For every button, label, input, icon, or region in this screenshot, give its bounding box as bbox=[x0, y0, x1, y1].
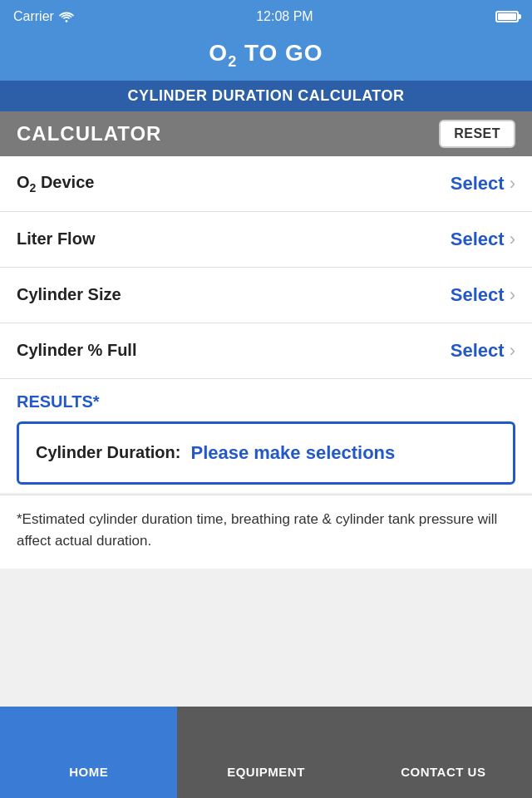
o2-device-select[interactable]: Select › bbox=[451, 173, 515, 195]
carrier-label: Carrier bbox=[13, 9, 54, 24]
nav-home[interactable]: HOME bbox=[0, 707, 177, 798]
app-header: O2 TO GO bbox=[0, 33, 532, 81]
liter-flow-label: Liter Flow bbox=[17, 229, 95, 249]
battery-icon bbox=[495, 11, 519, 22]
cylinder-percent-row[interactable]: Cylinder % Full Select › bbox=[0, 323, 532, 379]
toolbar-title: CALCULATOR bbox=[17, 122, 161, 145]
nav-contact-label: CONTACT US bbox=[401, 765, 485, 779]
cylinder-size-label: Cylinder Size bbox=[17, 285, 121, 304]
status-bar: Carrier 12:08 PM bbox=[0, 0, 532, 33]
cylinder-size-select-text: Select bbox=[451, 284, 505, 306]
disclaimer: *Estimated cylinder duration time, breat… bbox=[0, 495, 532, 569]
liter-flow-select[interactable]: Select › bbox=[451, 229, 515, 250]
o2-sub: 2 bbox=[228, 53, 237, 70]
nav-equipment[interactable]: EQUIPMENT bbox=[177, 707, 354, 798]
o2-device-row[interactable]: O2 Device Select › bbox=[0, 156, 532, 212]
liter-flow-row[interactable]: Liter Flow Select › bbox=[0, 212, 532, 268]
results-section: RESULTS* Cylinder Duration: Please make … bbox=[0, 379, 532, 493]
nav-equipment-label: EQUIPMENT bbox=[227, 765, 305, 779]
cylinder-size-select[interactable]: Select › bbox=[451, 284, 515, 306]
o2-device-label: O2 Device bbox=[17, 173, 94, 195]
cylinder-size-row[interactable]: Cylinder Size Select › bbox=[0, 268, 532, 323]
o2-device-chevron-icon: › bbox=[510, 173, 515, 195]
liter-flow-chevron-icon: › bbox=[510, 229, 515, 250]
nav-contact[interactable]: CONTACT US bbox=[355, 707, 532, 798]
disclaimer-text: *Estimated cylinder duration time, breat… bbox=[17, 509, 515, 553]
form-section: O2 Device Select › Liter Flow Select › C… bbox=[0, 156, 532, 379]
nav-home-label: HOME bbox=[69, 765, 108, 779]
time-label: 12:08 PM bbox=[256, 9, 313, 24]
app-title: O2 TO GO bbox=[0, 40, 532, 71]
o2-device-select-text: Select bbox=[451, 173, 505, 195]
wifi-icon bbox=[59, 11, 74, 22]
toolbar: CALCULATOR RESET bbox=[0, 111, 532, 156]
cylinder-percent-select[interactable]: Select › bbox=[451, 340, 515, 362]
cylinder-percent-select-text: Select bbox=[451, 340, 505, 362]
cylinder-size-chevron-icon: › bbox=[510, 284, 515, 306]
carrier-wifi: Carrier bbox=[13, 9, 74, 24]
reset-button[interactable]: RESET bbox=[439, 120, 515, 148]
results-label: RESULTS* bbox=[17, 392, 515, 411]
duration-value: Please make selections bbox=[190, 442, 395, 464]
cylinder-percent-label: Cylinder % Full bbox=[17, 341, 136, 360]
cylinder-percent-chevron-icon: › bbox=[510, 340, 515, 362]
liter-flow-select-text: Select bbox=[451, 229, 505, 250]
results-box: Cylinder Duration: Please make selection… bbox=[17, 421, 515, 485]
bottom-nav: HOME EQUIPMENT CONTACT US bbox=[0, 707, 532, 798]
duration-label: Cylinder Duration: bbox=[36, 443, 180, 462]
app-subtitle: CYLINDER DURATION CALCULATOR bbox=[0, 81, 532, 111]
svg-point-0 bbox=[66, 20, 68, 22]
